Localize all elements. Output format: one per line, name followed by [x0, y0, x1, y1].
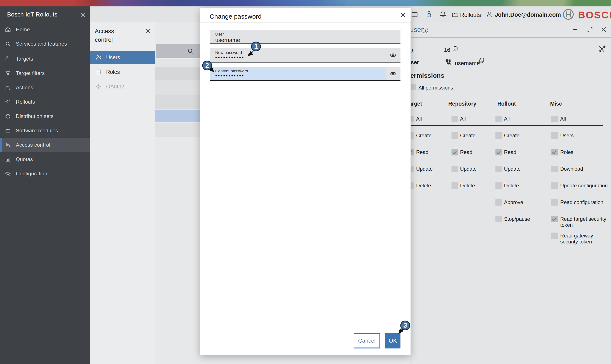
permission-checkbox-checked[interactable] — [452, 149, 458, 156]
permissions-grid: TargetAllCreateReadUpdateDeleteRepositor… — [411, 22, 611, 364]
sidebar-item-rollouts[interactable]: Rollouts — [0, 95, 90, 109]
sidebar-close-icon[interactable] — [80, 12, 86, 18]
permission-checkbox[interactable] — [452, 116, 458, 122]
sidebar-item-distribution-sets[interactable]: Distribution sets — [0, 109, 90, 123]
perm-label: Update configuration — [560, 183, 610, 189]
permission-checkbox[interactable] — [495, 199, 502, 206]
sidebar-item-label: Rollouts — [16, 99, 35, 105]
permission-checkbox-checked[interactable] — [495, 149, 502, 156]
dialog-close-icon[interactable] — [400, 12, 406, 18]
user-field-value: username — [215, 37, 240, 43]
permission-checkbox[interactable] — [452, 166, 458, 172]
sidebar-item-target-filters[interactable]: Target filters — [0, 66, 90, 80]
cancel-button[interactable]: Cancel — [354, 333, 380, 348]
user-field[interactable]: User username — [210, 30, 401, 44]
perm-label: All — [504, 116, 553, 122]
svg-text:2: 2 — [205, 62, 209, 69]
sidebar-item-label: Quotas — [16, 156, 33, 162]
new-password-field[interactable]: New password ••••••••••• — [210, 48, 401, 63]
perm-label: Read target security token — [560, 216, 610, 228]
perm-label: Roles — [560, 149, 610, 155]
permission-checkbox[interactable] — [551, 116, 558, 122]
user-email[interactable]: John.Doe@domain.com — [495, 12, 561, 18]
access-panel-close-icon[interactable] — [145, 28, 151, 34]
access-item-roles[interactable]: Roles — [90, 65, 155, 78]
permission-checkbox[interactable] — [551, 199, 558, 206]
perm-label: Read configuration — [560, 199, 610, 205]
permission-checkbox[interactable] — [411, 166, 414, 172]
sidebar-item-label: Services and features — [16, 41, 67, 47]
user-avatar-icon[interactable] — [485, 11, 493, 18]
perm-column-header-target: Target — [411, 101, 422, 107]
access-item-users[interactable]: Users — [90, 51, 155, 64]
perm-label: Read — [460, 149, 509, 155]
permission-checkbox[interactable] — [452, 132, 458, 139]
notifications-bell-icon[interactable] — [439, 11, 447, 18]
sidebar-divider — [0, 51, 90, 52]
bosch-supergraphic — [0, 0, 611, 6]
permission-checkbox[interactable] — [551, 233, 558, 239]
annotation-badge-3: 3 — [393, 314, 418, 338]
permission-checkbox-checked[interactable] — [551, 216, 558, 222]
permission-checkbox[interactable] — [411, 116, 414, 122]
access-item-label: OAuth2 — [106, 83, 124, 90]
show-password-eye-icon[interactable] — [389, 52, 397, 59]
access-item-label: Roles — [106, 69, 120, 75]
legal-paragraph-icon[interactable]: § — [427, 10, 431, 18]
filter-icon — [5, 70, 11, 77]
sidebar-item-access-control[interactable]: Access control — [0, 138, 90, 152]
sidebar-item-targets[interactable]: Targets — [0, 52, 90, 66]
sidebar-item-label: Targets — [16, 56, 33, 62]
perm-label: Read — [504, 149, 553, 155]
roles-icon — [95, 69, 102, 75]
access-control-panel: Access control UsersRolesOAuth2 — [90, 22, 155, 364]
sidebar-item-configuration[interactable]: Configuration — [0, 166, 90, 181]
access-item-oauth2: OAuth2 — [90, 80, 155, 93]
perm-label: All — [416, 116, 465, 122]
sidebar-item-actions[interactable]: Actions — [0, 80, 90, 95]
svg-text:1: 1 — [254, 43, 258, 50]
config-icon — [5, 170, 11, 177]
perm-label: Delete — [416, 183, 465, 189]
permission-checkbox[interactable] — [551, 132, 558, 139]
reading-view-icon[interactable] — [411, 11, 418, 18]
permission-checkbox[interactable] — [495, 132, 502, 139]
search-icon — [5, 41, 11, 47]
header-rollouts-label[interactable]: Rollouts — [460, 12, 481, 18]
app-title: Bosch IoT Rollouts — [7, 11, 57, 18]
sidebar-item-label: Target filters — [16, 70, 45, 76]
sidebar-item-label: Configuration — [16, 171, 47, 177]
permission-checkbox[interactable] — [551, 166, 558, 172]
perm-label: Read gateway security token — [560, 233, 610, 245]
user-field-label: User — [215, 32, 224, 37]
quotas-icon — [5, 156, 11, 163]
dialog-title: Change password — [210, 13, 262, 20]
perm-label: Delete — [460, 183, 509, 189]
permission-checkbox-checked[interactable] — [551, 149, 558, 156]
permission-checkbox[interactable] — [495, 182, 502, 189]
perm-label: All — [560, 116, 610, 122]
permission-checkbox-checked[interactable] — [411, 149, 414, 156]
targets-icon — [5, 56, 11, 62]
sidebar-item-label: Software modules — [16, 128, 58, 134]
sidebar-item-quotas[interactable]: Quotas — [0, 152, 90, 166]
permission-checkbox[interactable] — [452, 182, 458, 189]
sidebar-item-home[interactable]: Home — [0, 22, 90, 37]
search-icon — [187, 47, 194, 55]
perm-label: Create — [416, 132, 465, 139]
permission-checkbox[interactable] — [411, 182, 414, 189]
permission-checkbox[interactable] — [495, 166, 502, 172]
sidebar-item-services-and-features[interactable]: Services and features — [0, 37, 90, 51]
permission-checkbox[interactable] — [495, 116, 502, 122]
sidebar-items: HomeServices and featuresTargetsTarget f… — [0, 22, 90, 181]
permission-checkbox[interactable] — [495, 216, 502, 222]
permission-checkbox[interactable] — [411, 132, 414, 139]
perm-column-header-rollout: Rollout — [497, 101, 516, 107]
permission-checkbox[interactable] — [551, 182, 558, 189]
folder-icon[interactable] — [452, 11, 459, 18]
show-password-eye-icon[interactable] — [389, 70, 397, 77]
confirm-password-field[interactable]: Confirm password ••••••••••• — [210, 67, 401, 81]
oauth-icon — [95, 83, 102, 90]
sidebar-item-software-modules[interactable]: Software modules — [0, 123, 90, 138]
users-search-input[interactable] — [156, 44, 200, 58]
